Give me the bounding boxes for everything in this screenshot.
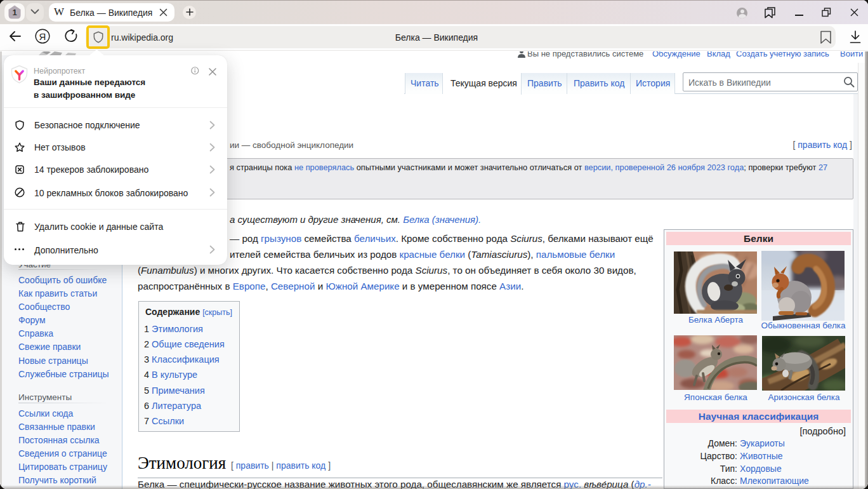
svg-text:Я: Я [39,31,46,42]
svg-text:1: 1 [12,8,16,17]
